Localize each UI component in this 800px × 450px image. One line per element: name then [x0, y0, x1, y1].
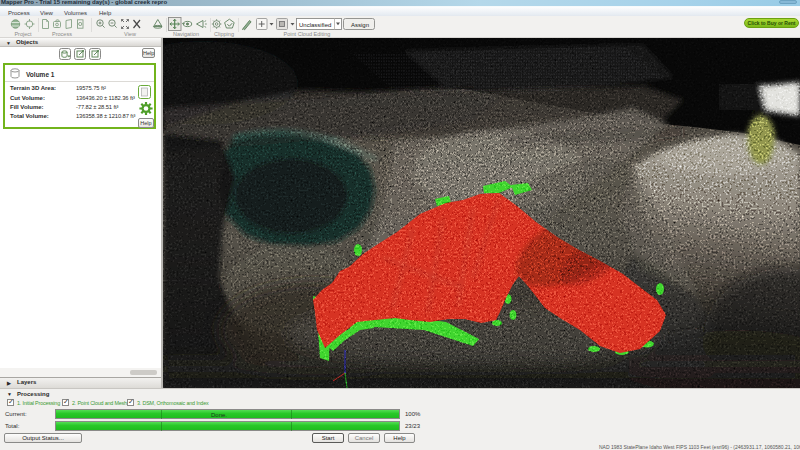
svg-text:Unclassified: Unclassified — [299, 22, 331, 28]
svg-text:Assign: Assign — [351, 22, 369, 28]
